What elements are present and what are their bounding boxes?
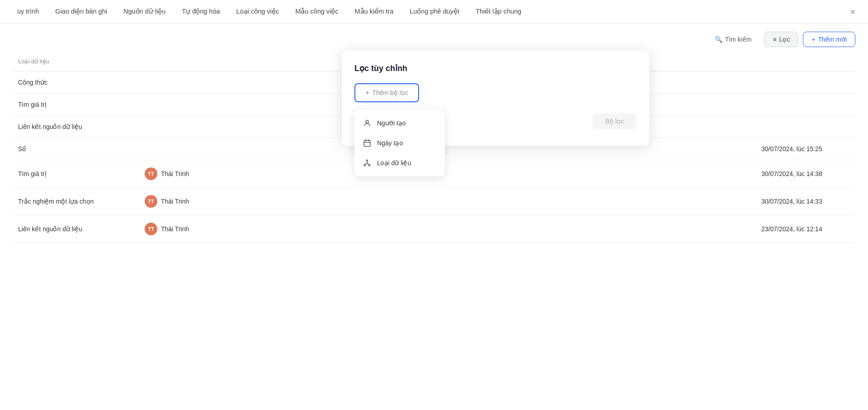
row-date: 30/07/2024, lúc 14:33	[756, 193, 855, 210]
dropdown-item-label: Loại dữ liệu	[377, 159, 411, 167]
row-date: 30/07/2024, lúc 15:25	[756, 141, 855, 157]
row-name: Tìm giá trị	[13, 96, 139, 113]
nav-loai-cong-viec[interactable]: Loại công việc	[228, 0, 288, 24]
filter-title: Lọc tùy chỉnh	[354, 63, 637, 73]
avatar: TT	[145, 195, 157, 208]
dropdown-item-label: Người tạo	[377, 119, 406, 127]
row-name: Trắc nghiệm một lựa chọn	[13, 193, 139, 210]
nav-mau-kiem-tra[interactable]: Mẫu kiểm tra	[347, 0, 402, 24]
nav-giao-dien[interactable]: Giao diện bàn ghi	[47, 0, 115, 24]
creator-name: Thái Trinh	[161, 170, 189, 177]
row-name: Công thức	[13, 74, 139, 91]
row-date	[756, 78, 855, 87]
hierarchy-icon	[363, 158, 372, 167]
person-icon	[363, 119, 372, 128]
table-row: Trắc nghiệm một lựa chọn TT Thái Trinh 3…	[13, 188, 855, 215]
table-row: Liên kết nguồn dữ liệu TT Thái Trinh 23/…	[13, 215, 855, 243]
nav-luong-phe-duyet[interactable]: Luồng phê duyệt	[401, 0, 467, 24]
svg-line-9	[365, 163, 367, 165]
row-date	[756, 100, 855, 109]
row-creator: TT Thái Trinh	[139, 218, 756, 240]
close-button[interactable]: ×	[846, 4, 859, 20]
row-name: Liên kết nguồn dữ liệu	[13, 119, 139, 135]
svg-rect-1	[364, 140, 370, 147]
col-loai-du-lieu: Loại dữ liệu	[13, 55, 139, 67]
toolbar: 🔍 Tìm kiếm ≡ Lọc + Thêm mới	[0, 24, 868, 52]
search-label: Tìm kiếm	[725, 36, 752, 43]
nav-tu-dong-hoa[interactable]: Tự động hóa	[174, 0, 228, 24]
avatar: TT	[145, 223, 157, 235]
nav-mau-cong-viec[interactable]: Mẫu công việc	[287, 0, 346, 24]
row-name: Liên kết nguồn dữ liệu	[13, 221, 139, 237]
row-date: 30/07/2024, lúc 14:38	[756, 166, 855, 182]
plus-icon: +	[811, 36, 815, 43]
row-date	[756, 122, 855, 131]
row-date: 23/07/2024, lúc 12:14	[756, 221, 855, 237]
apply-filter-button[interactable]: Bộ lọc	[593, 113, 637, 129]
add-filter-label: Thêm bộ lọc	[372, 89, 408, 96]
filter-button[interactable]: ≡ Lọc	[764, 32, 798, 47]
avatar: TT	[145, 167, 157, 180]
creator-name: Thái Trinh	[161, 198, 189, 205]
row-creator: TT Thái Trinh	[139, 191, 756, 212]
row-name: Tìm giá trị	[13, 166, 139, 182]
nav-thiet-lap-chung[interactable]: Thiết lập chung	[467, 0, 529, 24]
add-label: Thêm mới	[818, 36, 847, 43]
calendar-icon	[363, 138, 372, 148]
main-area: 🔍 Tìm kiếm ≡ Lọc + Thêm mới Loại dữ liệu…	[0, 24, 868, 410]
add-new-button[interactable]: + Thêm mới	[803, 32, 855, 47]
creator-name: Thái Trinh	[161, 225, 189, 233]
svg-point-0	[366, 120, 368, 123]
row-creator	[139, 144, 756, 153]
dropdown-item-ngay-tao[interactable]: Ngày tạo	[354, 133, 445, 153]
filter-panel: Lọc tùy chỉnh + Thêm bộ lọc Người tạo	[342, 51, 649, 146]
row-name: Số	[13, 141, 139, 157]
filter-dropdown: Người tạo Ngày tạo	[354, 110, 445, 176]
svg-line-10	[367, 163, 369, 165]
dropdown-item-nguoi-tao[interactable]: Người tạo	[354, 113, 445, 133]
filter-icon: ≡	[773, 36, 776, 43]
filter-label: Lọc	[779, 36, 790, 43]
dropdown-item-label: Ngày tạo	[377, 139, 403, 147]
nav-nguon-du-lieu[interactable]: Nguồn dữ liệu	[115, 0, 174, 24]
dropdown-item-loai-du-lieu[interactable]: Loại dữ liệu	[354, 153, 445, 173]
top-navigation: uy trình Giao diện bàn ghi Nguồn dữ liệu…	[0, 0, 868, 24]
add-filter-button[interactable]: + Thêm bộ lọc	[354, 83, 419, 102]
nav-quy-trinh[interactable]: uy trình	[9, 0, 47, 24]
plus-icon: +	[365, 89, 369, 97]
col-date	[756, 55, 855, 67]
search-icon: 🔍	[715, 36, 722, 43]
row-creator: TT Thái Trinh	[139, 163, 756, 185]
search-button[interactable]: 🔍 Tìm kiếm	[707, 32, 760, 47]
